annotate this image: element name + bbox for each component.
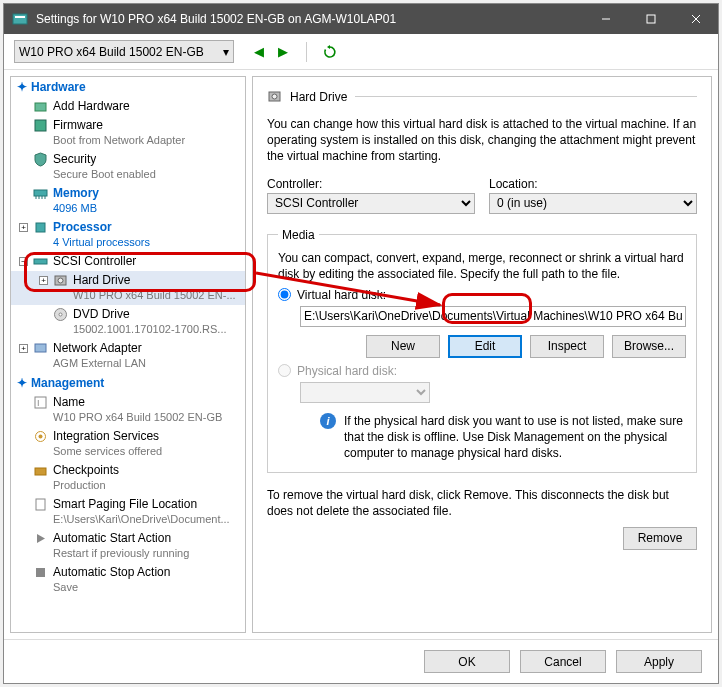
name-sublabel: W10 PRO x64 Build 15002 EN-GB: [33, 410, 245, 425]
svg-point-18: [59, 313, 62, 316]
location-label: Location:: [489, 177, 697, 191]
browse-button[interactable]: Browse...: [612, 335, 686, 358]
inspect-button[interactable]: Inspect: [530, 335, 604, 358]
nav-forward-button[interactable]: ▶: [272, 41, 294, 63]
info-icon: i: [320, 413, 336, 429]
management-label: Management: [31, 376, 104, 390]
physical-radio-label: Physical hard disk:: [297, 364, 397, 378]
security-sublabel: Secure Boot enabled: [33, 167, 245, 182]
media-fieldset: Media You can compact, convert, expand, …: [267, 228, 697, 473]
autostart-icon: [33, 531, 48, 546]
close-button[interactable]: [673, 4, 718, 34]
remove-button[interactable]: Remove: [623, 527, 697, 550]
physical-radio: [278, 364, 291, 377]
vm-selector-value: W10 PRO x64 Build 15002 EN-GB: [19, 45, 204, 59]
svg-rect-14: [34, 259, 47, 264]
svg-rect-13: [36, 223, 45, 232]
hard-drive-icon: [53, 273, 68, 288]
vhd-radio-label: Virtual hard disk:: [297, 288, 386, 302]
media-legend: Media: [278, 228, 319, 242]
autostop-sublabel: Save: [33, 580, 245, 595]
svg-rect-7: [35, 120, 46, 131]
maximize-button[interactable]: [628, 4, 673, 34]
network-sublabel: AGM External LAN: [33, 356, 245, 371]
network-icon: [33, 341, 48, 356]
remove-description: To remove the virtual hard disk, click R…: [267, 487, 697, 519]
tree-add-hardware[interactable]: Add Hardware: [11, 97, 245, 116]
checkpoints-icon: [33, 463, 48, 478]
dialog-footer: OK Cancel Apply: [4, 639, 718, 683]
new-button[interactable]: New: [366, 335, 440, 358]
autostop-icon: [33, 565, 48, 580]
tree-firmware[interactable]: Firmware Boot from Network Adapter: [11, 116, 245, 150]
tree-auto-start[interactable]: Automatic Start Action Restart if previo…: [11, 529, 245, 563]
cancel-button[interactable]: Cancel: [520, 650, 606, 673]
collapse-icon[interactable]: −: [19, 257, 28, 266]
controller-label: Controller:: [267, 177, 475, 191]
svg-rect-19: [35, 344, 46, 352]
physical-disk-select: [300, 382, 430, 403]
svg-rect-0: [13, 14, 27, 24]
app-icon: [12, 11, 28, 27]
refresh-button[interactable]: [319, 41, 341, 63]
edit-button[interactable]: Edit: [448, 335, 522, 358]
svg-rect-1: [15, 16, 25, 18]
hardware-section[interactable]: ✦ Hardware: [11, 77, 245, 97]
media-description: You can compact, convert, expand, merge,…: [278, 250, 686, 282]
checkpoints-sublabel: Production: [33, 478, 245, 493]
pane-title: Hard Drive: [290, 90, 347, 104]
smart-paging-sublabel: E:\Users\Kari\OneDrive\Document...: [33, 512, 245, 527]
tree-integration-services[interactable]: Integration Services Some services offer…: [11, 427, 245, 461]
management-section[interactable]: ✦ Management: [11, 373, 245, 393]
tree-auto-stop[interactable]: Automatic Stop Action Save: [11, 563, 245, 597]
pane-description: You can change how this virtual hard dis…: [267, 116, 697, 165]
tree-checkpoints[interactable]: Checkpoints Production: [11, 461, 245, 495]
controller-select[interactable]: SCSI Controller: [267, 193, 475, 214]
nav-back-button[interactable]: ◀: [248, 41, 270, 63]
hard-drive-sublabel: W10 PRO x64 Build 15002 EN-...: [53, 288, 245, 303]
vm-selector-dropdown[interactable]: W10 PRO x64 Build 15002 EN-GB ▾: [14, 40, 234, 63]
svg-rect-27: [36, 568, 45, 577]
memory-icon: [33, 186, 48, 201]
svg-point-16: [58, 278, 63, 283]
dvd-sublabel: 15002.1001.170102-1700.RS...: [53, 322, 245, 337]
tree-security[interactable]: Security Secure Boot enabled: [11, 150, 245, 184]
expand-icon[interactable]: +: [19, 344, 28, 353]
tree-name[interactable]: IName W10 PRO x64 Build 15002 EN-GB: [11, 393, 245, 427]
svg-rect-8: [34, 190, 47, 196]
svg-marker-26: [37, 534, 45, 543]
chevron-down-icon: ▾: [223, 45, 229, 59]
tree-processor[interactable]: +Processor 4 Virtual processors: [11, 218, 245, 252]
tree-scsi-controller[interactable]: −SCSI Controller: [11, 252, 245, 271]
paging-icon: [33, 497, 48, 512]
dvd-icon: [53, 307, 68, 322]
vhd-path-input[interactable]: [300, 306, 686, 327]
scsi-icon: [33, 254, 48, 269]
shield-icon: [33, 152, 48, 167]
add-hardware-icon: [33, 99, 48, 114]
star-icon: ✦: [17, 80, 27, 94]
apply-button[interactable]: Apply: [616, 650, 702, 673]
integration-sublabel: Some services offered: [33, 444, 245, 459]
tree-network-adapter[interactable]: +Network Adapter AGM External LAN: [11, 339, 245, 373]
vhd-radio[interactable]: [278, 288, 291, 301]
tree-smart-paging[interactable]: Smart Paging File Location E:\Users\Kari…: [11, 495, 245, 529]
expand-icon[interactable]: +: [19, 223, 28, 232]
physical-info-text: If the physical hard disk you want to us…: [344, 413, 686, 462]
ok-button[interactable]: OK: [424, 650, 510, 673]
settings-tree[interactable]: ✦ Hardware Add Hardware Firmware Boot fr…: [10, 76, 246, 633]
minimize-button[interactable]: [583, 4, 628, 34]
titlebar: Settings for W10 PRO x64 Build 15002 EN-…: [4, 4, 718, 34]
location-select[interactable]: 0 (in use): [489, 193, 697, 214]
autostart-sublabel: Restart if previously running: [33, 546, 245, 561]
tree-dvd-drive[interactable]: DVD Drive 15002.1001.170102-1700.RS...: [11, 305, 245, 339]
memory-sublabel: 4096 MB: [33, 201, 245, 216]
svg-point-29: [272, 94, 277, 99]
tree-hard-drive[interactable]: +Hard Drive W10 PRO x64 Build 15002 EN-.…: [11, 271, 245, 305]
svg-rect-3: [647, 15, 655, 23]
expand-icon[interactable]: +: [39, 276, 48, 285]
tree-memory[interactable]: Memory 4096 MB: [11, 184, 245, 218]
toolbar: W10 PRO x64 Build 15002 EN-GB ▾ ◀ ▶: [4, 34, 718, 70]
svg-text:I: I: [37, 398, 40, 408]
processor-sublabel: 4 Virtual processors: [33, 235, 245, 250]
